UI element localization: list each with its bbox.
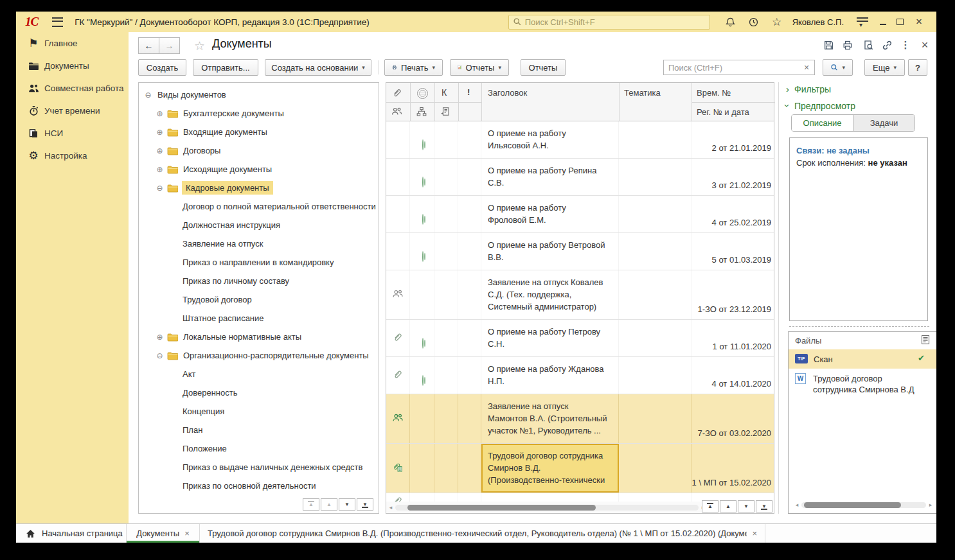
tree-item[interactable]: Приказ о направлении в командировку [139,253,379,272]
current-user[interactable]: Яковлев С.П. [792,17,844,27]
table-row-highlighted[interactable]: Заявление на отпуск Мамонтов В.А. (Строи… [386,394,774,444]
more-button[interactable]: Еще ▾ [864,59,905,76]
importance-column-header[interactable]: ! [467,87,470,97]
scroll-up-button[interactable]: ▲ [720,500,736,512]
files-settings-icon[interactable] [921,335,930,347]
scrollbar-track[interactable] [801,502,926,508]
scroll-left-arrow[interactable]: ◂ [386,504,395,511]
reports-menu-button[interactable]: Отчеты ▾ [450,59,509,76]
close-form-icon[interactable]: × [918,39,932,51]
favorites-star-icon[interactable]: ☆ [771,15,783,28]
tab-description[interactable]: Описание [792,115,853,131]
sidebar-item-settings[interactable]: ⚙ Настройка [16,144,129,167]
search-options-button[interactable]: ▾ [823,59,853,76]
table-row[interactable]: О приеме на работу Жданова Н.П. 4 от 14.… [386,357,774,394]
back-button[interactable]: ← [138,37,159,54]
table-row-current[interactable]: Трудовой договор сотрудника Смирнов В.Д.… [386,444,774,493]
tree-item[interactable]: Доверенность [139,383,379,402]
sidebar-item-time-tracking[interactable]: Учет времени [16,100,129,122]
tree-item[interactable]: Заявление на отпуск [139,234,379,253]
collapse-icon[interactable]: ⊖ [144,91,152,100]
file-item-selected[interactable]: TIF Скан ✔ [789,349,936,369]
sidebar-item-collaboration[interactable]: Совместная работа [16,77,129,100]
sidebar-item-documents[interactable]: Документы [16,55,129,77]
scrollbar-thumb[interactable] [804,502,901,508]
tree-item[interactable]: Концепция [139,402,379,421]
tree-item[interactable]: Должностная инструкция [139,216,379,234]
taskbar-tab-documents[interactable]: Документы × [127,524,200,543]
create-based-on-button[interactable]: Создать на основании ▾ [265,59,371,76]
tab-tasks[interactable]: Задачи [853,115,915,131]
close-tab-icon[interactable]: × [752,529,757,538]
tree-item[interactable]: Приказ по личному составу [139,272,379,290]
create-button[interactable]: Создать [138,59,186,76]
scroll-top-button[interactable]: ▲ [702,500,718,512]
more-actions-kebab-icon[interactable]: ⋮ [898,39,913,51]
table-row[interactable]: О приеме на работу Репина С.В. 3 от 21.0… [386,159,774,196]
close-tab-icon[interactable]: × [184,529,190,538]
scrollbar-track[interactable] [395,505,699,511]
save-icon[interactable] [821,39,835,51]
tree-item-folder[interactable]: ⊕ Исходящие документы [139,160,379,179]
help-button[interactable]: ? [908,59,927,76]
attachment-column-icon[interactable] [392,88,402,98]
tree-item[interactable]: Трудовой договор [139,290,379,309]
scroll-top-button[interactable]: ▲ [303,498,319,511]
link-icon[interactable] [880,39,894,51]
control-column-header[interactable]: К [442,87,447,98]
tree-item-folder[interactable]: ⊕ Локальные нормативные акты [139,328,379,346]
list-search-input[interactable]: Поиск (Ctrl+F) [663,60,799,75]
table-row[interactable]: О приеме на работу Петрову С.Н. 1 от 11.… [386,320,774,357]
sidebar-item-main[interactable]: ⚑ Главное [16,32,129,55]
main-menu-icon[interactable] [52,17,63,27]
tree-item[interactable]: Акт [139,365,379,383]
collapse-icon[interactable]: ⊖ [156,184,164,193]
people-column-icon[interactable] [391,107,402,116]
tree-item[interactable]: План [139,421,379,439]
restore-button[interactable] [891,15,908,29]
scroll-left-arrow[interactable]: ◂ [792,502,801,508]
expand-icon[interactable]: ⊕ [156,146,164,155]
temp-number-column-header[interactable]: Врем. № [697,88,731,98]
filters-expander[interactable]: › Фильтры [786,83,831,94]
tree-item[interactable]: Штатное расписание [139,309,379,328]
reports-button[interactable]: Отчеты [521,59,566,76]
collapse-icon[interactable]: ⊖ [156,351,164,360]
tree-item-folder[interactable]: ⊕ Входящие документы [139,123,379,141]
notifications-bell-icon[interactable] [724,15,737,28]
subject-column-header[interactable]: Тематика [624,88,661,98]
tree-item[interactable]: Положение [139,439,379,458]
expand-icon[interactable]: ⊕ [156,165,164,174]
add-favorite-star-icon[interactable]: ☆ [194,39,205,53]
tree-item[interactable]: Приказ о выдаче наличных денежных средст… [139,458,379,477]
table-row[interactable]: Заявление на отпуск Ковалев С.Д. (Тех. п… [386,270,774,320]
scroll-right-arrow[interactable]: ▸ [926,502,935,508]
service-menu-icon[interactable] [857,17,868,26]
print-menu-button[interactable]: Печать ▾ [384,59,443,76]
history-icon[interactable] [747,15,760,28]
scroll-up-button[interactable]: ▲ [321,498,337,511]
tree-item[interactable]: Договор о полной материальной ответствен… [139,197,379,216]
tree-item-folder[interactable]: ⊖ Организационно-распорядительные докуме… [139,346,379,365]
scroll-down-button[interactable]: ▼ [738,500,754,512]
minimize-button[interactable] [875,15,891,29]
table-horizontal-scrollbar[interactable]: ◂ ▸ [386,502,708,513]
forward-button[interactable]: → [159,37,180,54]
close-window-button[interactable]: × [911,15,927,29]
tree-item-folder-selected[interactable]: ⊖ Кадровые документы [139,179,379,197]
sidebar-item-nsi[interactable]: НСИ [16,122,129,144]
expand-icon[interactable]: ⊕ [156,109,164,118]
hierarchy-column-icon[interactable] [416,107,427,117]
preview-icon[interactable] [861,39,875,51]
scroll-bottom-button[interactable]: ▼ [357,498,373,511]
forwarded-column-icon[interactable] [440,107,451,117]
clear-search-icon[interactable]: ✕ [799,60,815,75]
splitter-handle[interactable] [789,326,929,327]
print-icon[interactable] [841,39,855,51]
table-row[interactable]: О приеме на работу Ветровой В.В. 5 от 01… [386,233,774,270]
preview-expander[interactable]: › Предпросмотр [786,100,855,111]
send-button[interactable]: Отправить... [193,59,258,76]
scroll-bottom-button[interactable]: ▼ [756,500,772,512]
tree-item-root[interactable]: ⊖ Виды документов [139,85,379,104]
tree-item-folder[interactable]: ⊕ Бухгалтерские документы [139,104,379,123]
